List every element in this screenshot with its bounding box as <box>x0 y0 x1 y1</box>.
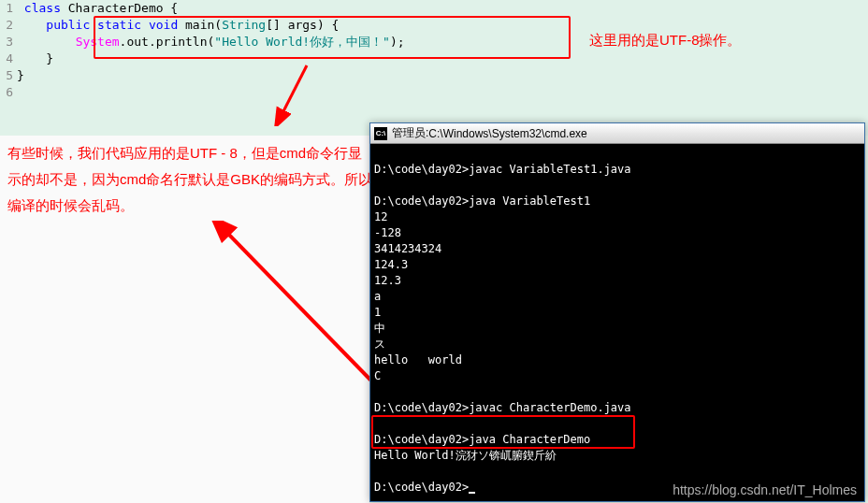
cmd-title-prefix: 管理员: <box>392 125 428 141</box>
annotation-explanation: 有些时候，我们代码应用的是UTF - 8，但是cmd命令行显示的却不是，因为cm… <box>7 140 372 219</box>
cmd-cursor <box>469 492 475 494</box>
watermark: https://blog.csdn.net/IT_Holmes <box>673 482 857 497</box>
cmd-title-path: C:\Windows\System32\cmd.exe <box>428 127 586 140</box>
code-content[interactable]: class CharacterDemo { public static void… <box>17 0 868 136</box>
cmd-titlebar[interactable]: C:\ 管理员: C:\Windows\System32\cmd.exe <box>370 123 864 144</box>
cmd-output[interactable]: D:\code\day02>javac VariableTest1.java D… <box>370 144 864 501</box>
cmd-icon: C:\ <box>374 127 387 140</box>
code-editor: 1 2 3 4 5 6 class CharacterDemo { public… <box>0 0 868 136</box>
cmd-window[interactable]: C:\ 管理员: C:\Windows\System32\cmd.exe D:\… <box>369 122 865 502</box>
annotation-utf8: 这里用的是UTF-8操作。 <box>589 32 742 50</box>
line-number-gutter: 1 2 3 4 5 6 <box>0 0 17 136</box>
